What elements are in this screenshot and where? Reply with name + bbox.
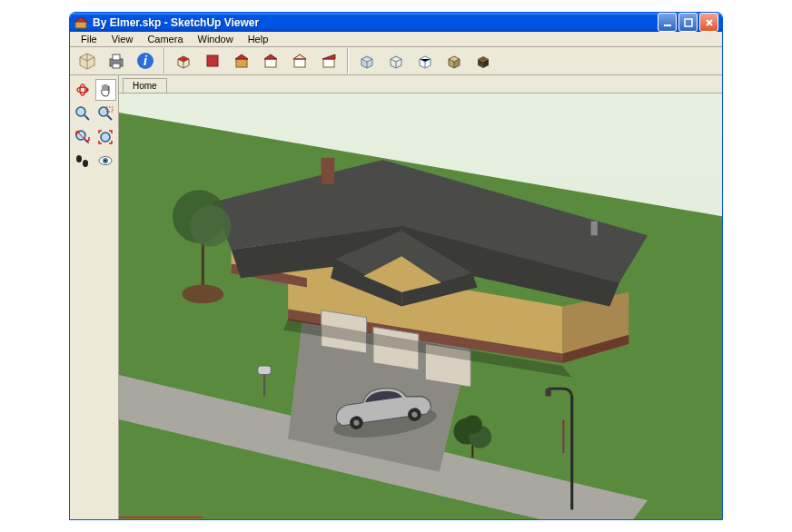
- svg-rect-61: [322, 158, 335, 184]
- app-window: By Elmer.skp - SketchUp Viewer File View…: [69, 12, 723, 520]
- textured-button[interactable]: [470, 47, 497, 74]
- orbit-button[interactable]: [72, 79, 94, 101]
- svg-rect-80: [258, 366, 272, 374]
- svg-point-35: [76, 155, 82, 163]
- right-view-button[interactable]: [257, 47, 284, 74]
- close-button[interactable]: [699, 13, 718, 32]
- svg-rect-62: [591, 222, 598, 236]
- hidden-line-button[interactable]: [411, 47, 439, 74]
- svg-marker-16: [293, 54, 306, 59]
- menu-view[interactable]: View: [104, 32, 141, 46]
- svg-marker-1: [74, 17, 87, 22]
- model-info-button[interactable]: i: [132, 47, 159, 74]
- zoom-previous-button[interactable]: [72, 126, 94, 148]
- svg-marker-18: [322, 54, 335, 59]
- svg-rect-13: [265, 59, 276, 67]
- scene-tabs: Home: [119, 75, 722, 94]
- zoom-button[interactable]: [72, 103, 94, 124]
- main-toolbar: i: [70, 47, 722, 75]
- svg-rect-5: [113, 54, 120, 60]
- menu-window[interactable]: Window: [191, 32, 241, 46]
- left-view-button[interactable]: [315, 47, 342, 74]
- menubar: File View Camera Window Help: [70, 32, 722, 47]
- svg-rect-10: [207, 55, 218, 66]
- iso-view-button[interactable]: [170, 47, 197, 74]
- wireframe-button[interactable]: [382, 47, 410, 74]
- svg-rect-6: [113, 64, 120, 68]
- svg-rect-11: [236, 59, 247, 67]
- front-view-button[interactable]: [228, 47, 255, 74]
- menu-file[interactable]: File: [74, 32, 104, 46]
- svg-marker-14: [264, 54, 277, 59]
- svg-rect-78: [562, 419, 564, 452]
- scene-tab-home[interactable]: Home: [123, 78, 167, 93]
- minimize-button[interactable]: [658, 13, 677, 32]
- svg-point-26: [76, 107, 85, 116]
- svg-point-66: [182, 284, 223, 303]
- xray-button[interactable]: [353, 47, 381, 74]
- svg-point-65: [190, 205, 232, 247]
- titlebar[interactable]: By Elmer.skp - SketchUp Viewer: [70, 13, 722, 32]
- back-view-button[interactable]: [286, 47, 313, 74]
- svg-marker-12: [235, 54, 248, 59]
- look-around-button[interactable]: [95, 150, 117, 172]
- open-file-button[interactable]: [74, 47, 101, 74]
- zoom-extents-button[interactable]: [95, 126, 117, 148]
- menu-camera[interactable]: Camera: [140, 32, 190, 46]
- svg-rect-15: [294, 59, 305, 67]
- svg-point-36: [83, 160, 88, 167]
- zoom-window-button[interactable]: [95, 103, 117, 124]
- svg-line-29: [107, 115, 112, 120]
- svg-point-39: [104, 160, 107, 163]
- svg-rect-77: [546, 389, 551, 396]
- 3d-viewport[interactable]: [119, 94, 722, 519]
- svg-marker-9: [178, 56, 189, 62]
- app-icon: [74, 15, 88, 30]
- svg-point-34: [101, 133, 110, 142]
- svg-rect-17: [323, 59, 334, 67]
- pan-button[interactable]: [95, 79, 117, 101]
- shaded-button[interactable]: [441, 47, 468, 74]
- svg-line-27: [84, 115, 89, 120]
- top-view-button[interactable]: [199, 47, 226, 74]
- svg-rect-2: [664, 25, 671, 26]
- statusbar: Drag in direction to pan: [70, 519, 722, 520]
- svg-rect-3: [685, 19, 692, 26]
- window-title: By Elmer.skp - SketchUp Viewer: [93, 16, 658, 29]
- svg-point-75: [463, 415, 482, 434]
- menu-help[interactable]: Help: [241, 32, 276, 46]
- print-button[interactable]: [103, 47, 130, 74]
- navigation-toolbar: [70, 75, 119, 519]
- walk-button[interactable]: [72, 150, 94, 172]
- maximize-button[interactable]: [678, 13, 698, 32]
